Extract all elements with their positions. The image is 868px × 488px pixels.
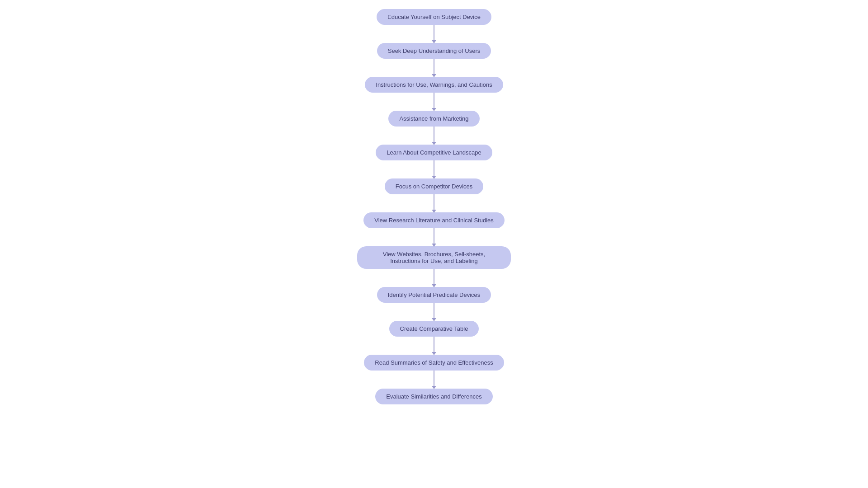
node-9[interactable]: Identify Potential Predicate Devices bbox=[377, 287, 491, 303]
node-2[interactable]: Seek Deep Understanding of Users bbox=[377, 43, 491, 59]
connector-6 bbox=[434, 194, 434, 212]
node-11[interactable]: Read Summaries of Safety and Effectivene… bbox=[364, 355, 504, 371]
node-7[interactable]: View Research Literature and Clinical St… bbox=[363, 212, 505, 228]
connector-7 bbox=[434, 228, 434, 246]
node-6[interactable]: Focus on Competitor Devices bbox=[385, 178, 484, 194]
node-3[interactable]: Instructions for Use, Warnings, and Caut… bbox=[365, 77, 503, 93]
connector-1 bbox=[434, 25, 434, 43]
connector-11 bbox=[434, 371, 434, 389]
connector-8 bbox=[434, 269, 434, 287]
node-12[interactable]: Evaluate Similarities and Differences bbox=[375, 389, 492, 404]
connector-3 bbox=[434, 93, 434, 111]
node-1[interactable]: Educate Yourself on Subject Device bbox=[377, 9, 491, 25]
connector-10 bbox=[434, 337, 434, 355]
connector-2 bbox=[434, 59, 434, 77]
node-5[interactable]: Learn About Competitive Landscape bbox=[376, 145, 492, 160]
connector-5 bbox=[434, 160, 434, 178]
node-10[interactable]: Create Comparative Table bbox=[389, 321, 479, 337]
connector-4 bbox=[434, 127, 434, 145]
node-8[interactable]: View Websites, Brochures, Sell-sheets, I… bbox=[357, 246, 511, 269]
connector-9 bbox=[434, 303, 434, 321]
flowchart: Educate Yourself on Subject DeviceSeek D… bbox=[344, 9, 524, 404]
node-4[interactable]: Assistance from Marketing bbox=[388, 111, 479, 127]
